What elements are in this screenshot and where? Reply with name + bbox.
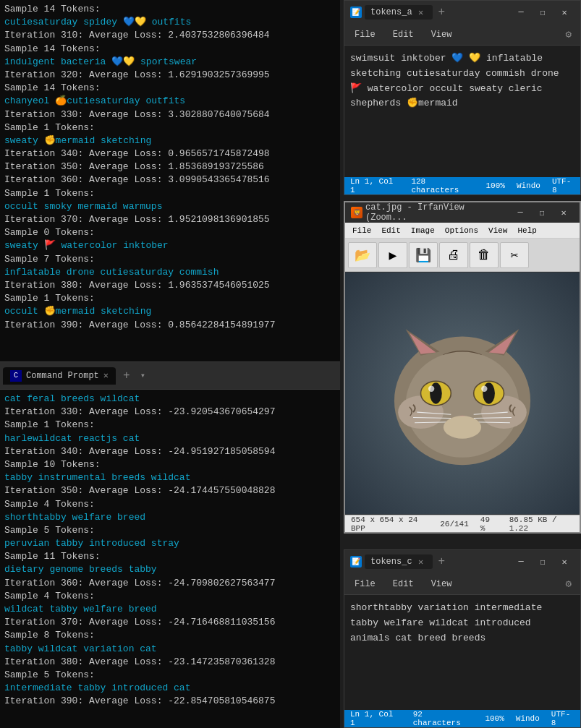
- notepad-a-ln-col: Ln 1, Col 1: [350, 177, 399, 194]
- notepad-a-menu-file[interactable]: File: [350, 27, 380, 43]
- irfanview-save-btn[interactable]: 💾: [409, 242, 438, 268]
- notepad-tokens-c: 📝 tokens_c ✕ + — ☐ ✕ File Edit View ⚙ sh…: [344, 549, 581, 728]
- notepad-c-menubar: File Edit View ⚙: [344, 573, 580, 595]
- irfanview-cut-btn[interactable]: ✂: [500, 242, 529, 268]
- line: cat feral breeds wildcat: [4, 393, 336, 406]
- terminal-bottom: C Command Prompt ✕ + ▾ cat feral breeds …: [0, 361, 340, 728]
- irfanview-filesize: 86.85 KB / 1.22: [509, 515, 574, 533]
- irfanview-menu-help[interactable]: Help: [513, 225, 540, 236]
- notepad-c-menu-file[interactable]: File: [350, 576, 380, 592]
- notepad-a-settings[interactable]: ⚙: [563, 25, 574, 43]
- notepad-c-win-controls: — ☐ ✕: [511, 552, 574, 572]
- irfanview-open-btn[interactable]: 📂: [348, 242, 377, 268]
- notepad-a-zoom: 100%: [485, 181, 504, 190]
- line: chanyeol 🍊cutiesaturday outfits: [4, 95, 336, 108]
- line: Iteration 340: Average Loss: -24.9519271…: [4, 445, 336, 458]
- irfanview-play-btn[interactable]: ▶: [378, 242, 407, 268]
- line: Sample 1 Tokens:: [4, 187, 336, 200]
- notepad-a-menu-view[interactable]: View: [427, 27, 457, 43]
- notepad-c-minimize[interactable]: —: [511, 552, 531, 572]
- notepad-c-chars: 92 characters: [413, 710, 474, 727]
- irfanview-menu-edit[interactable]: Edit: [377, 225, 404, 236]
- line: Iteration 350: Average Loss: 1.853689193…: [4, 160, 336, 174]
- notepad-a-menu-edit[interactable]: Edit: [389, 27, 418, 43]
- svg-point-15: [481, 386, 487, 392]
- notepad-a-chars: 128 characters: [411, 177, 474, 194]
- irfanview-frame: 26/141: [440, 520, 469, 528]
- notepad-c-close-win[interactable]: ✕: [554, 552, 574, 572]
- irfanview-menu-file[interactable]: File: [348, 225, 376, 236]
- irfanview-titlebar: 🦁 cat.jpg - IrfanView (Zoom... — ☐ ✕: [345, 202, 580, 223]
- irfanview-title: cat.jpg - IrfanView (Zoom...: [365, 202, 507, 223]
- notepad-a-maximize[interactable]: ☐: [533, 2, 553, 22]
- line: Sample 14 Tokens:: [4, 43, 336, 56]
- terminal-tab-command-prompt[interactable]: C Command Prompt ✕: [3, 367, 116, 385]
- notepad-a-menubar: File Edit View ⚙: [344, 24, 580, 46]
- irfanview-print-btn[interactable]: 🖨: [439, 242, 468, 268]
- notepad-a-encoding: UTF-8: [552, 177, 574, 194]
- line: Sample 14 Tokens:: [4, 3, 336, 16]
- irfanview-zoom: 49 %: [480, 515, 498, 533]
- notepad-c-menu-view[interactable]: View: [427, 576, 457, 592]
- notepad-a-titlebar: 📝 tokens_a ✕ + — ☐ ✕: [344, 1, 580, 24]
- terminal-tab-label: Command Prompt: [26, 371, 99, 381]
- notepad-c-settings[interactable]: ⚙: [563, 575, 574, 593]
- notepad-a-mode: Windo: [517, 181, 540, 190]
- terminal-top-content: Sample 14 Tokens: cutiesaturday spidey 💙…: [0, 0, 340, 335]
- line: Iteration 360: Average Loss: -24.7098026…: [4, 577, 336, 590]
- line: Sample 8 Tokens:: [4, 629, 336, 642]
- terminal-more-options[interactable]: ▾: [137, 370, 148, 381]
- svg-point-14: [428, 386, 434, 392]
- terminal-tab-close[interactable]: ✕: [103, 370, 109, 381]
- line: intermediate tabby introduced cat: [4, 682, 336, 695]
- line: Iteration 380: Average Loss: 1.963537454…: [4, 279, 336, 292]
- notepad-c-tab[interactable]: tokens_c ✕: [365, 554, 433, 569]
- line: Sample 1 Tokens:: [4, 292, 336, 305]
- line: shorthtabby welfare breed: [4, 511, 336, 524]
- notepad-a-statusbar: Ln 1, Col 1 128 characters 100% Windo UT…: [344, 177, 580, 194]
- line: wildcat tabby welfare breed: [4, 603, 336, 616]
- irfanview-minimize[interactable]: —: [510, 202, 530, 223]
- terminal-top: Sample 14 Tokens: cutiesaturday spidey 💙…: [0, 0, 340, 361]
- notepad-a-close[interactable]: ✕: [415, 7, 427, 18]
- line: occult ✊mermaid sketching: [4, 305, 336, 318]
- notepad-a-add-tab[interactable]: +: [436, 6, 449, 19]
- line: Iteration 330: Average Loss: -23.9205436…: [4, 406, 336, 419]
- notepad-c-add-tab[interactable]: +: [436, 555, 449, 568]
- irfanview-menu-image[interactable]: Image: [407, 225, 439, 236]
- notepad-c-close[interactable]: ✕: [415, 556, 427, 568]
- irfanview-menu-view[interactable]: View: [484, 225, 512, 236]
- notepad-c-menu-edit[interactable]: Edit: [389, 576, 418, 592]
- irfanview-close[interactable]: ✕: [554, 202, 574, 223]
- line: sweaty ✊mermaid sketching: [4, 134, 336, 147]
- line: Sample 0 Tokens:: [4, 226, 336, 239]
- line: sweaty 🚩 watercolor inktober: [4, 239, 336, 252]
- notepad-c-encoding: UTF-8: [551, 710, 574, 727]
- line: Sample 1 Tokens:: [4, 121, 336, 134]
- notepad-c-icon: 📝: [350, 556, 362, 568]
- notepad-a-icon: 📝: [350, 7, 362, 18]
- irfanview-maximize[interactable]: ☐: [532, 202, 552, 223]
- notepad-a-text: swimsuit inktober 💙 💛 inflatablesketchin…: [350, 53, 559, 108]
- notepad-c-content: shorthtabby variation intermediatetabby …: [344, 595, 580, 710]
- line: tabby wildcat variation cat: [4, 643, 336, 656]
- notepad-a-close-win[interactable]: ✕: [554, 2, 574, 22]
- irfanview-menu-options[interactable]: Options: [441, 225, 483, 236]
- line: Iteration 330: Average Loss: 3.302880764…: [4, 108, 336, 121]
- line: Iteration 350: Average Loss: -24.1744575…: [4, 484, 336, 497]
- notepad-a-minimize[interactable]: —: [511, 2, 531, 22]
- line: Iteration 360: Average Loss: 3.099054336…: [4, 174, 336, 187]
- irfanview-dimensions: 654 x 654 x 24 BPP: [351, 515, 428, 533]
- cmd-icon: C: [10, 370, 22, 382]
- line: Iteration 380: Average Loss: -23.1472358…: [4, 656, 336, 669]
- line: Sample 14 Tokens:: [4, 82, 336, 95]
- line: Iteration 390: Average Loss: -22.8547058…: [4, 695, 336, 708]
- line: dietary genome breeds tabby: [4, 563, 336, 576]
- notepad-a-tab[interactable]: tokens_a ✕: [365, 5, 433, 20]
- irfanview-delete-btn[interactable]: 🗑: [470, 242, 499, 268]
- line: Sample 11 Tokens:: [4, 550, 336, 563]
- notepad-c-mode: Windo: [516, 714, 540, 723]
- notepad-c-maximize[interactable]: ☐: [533, 552, 553, 572]
- terminal-add-tab[interactable]: +: [119, 369, 135, 382]
- irfanview-window: 🦁 cat.jpg - IrfanView (Zoom... — ☐ ✕ Fil…: [344, 201, 581, 534]
